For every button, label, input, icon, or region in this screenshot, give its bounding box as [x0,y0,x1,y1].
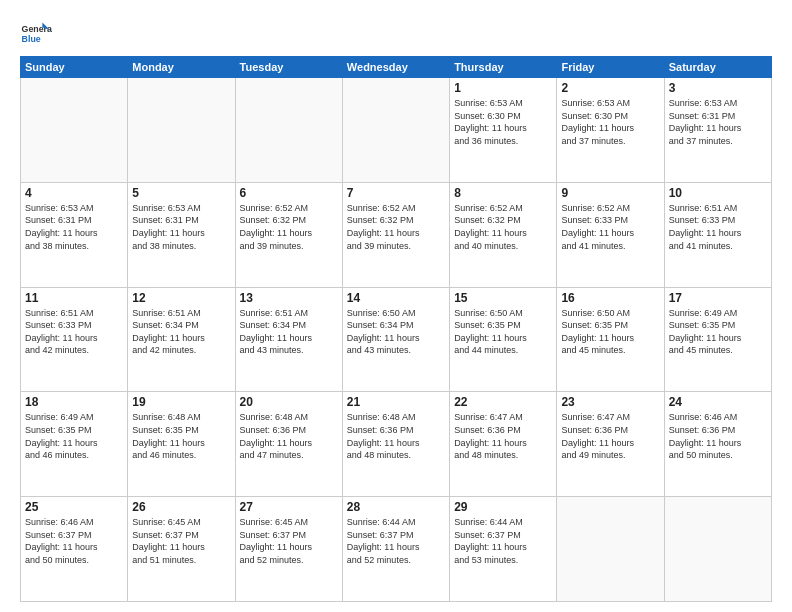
calendar-cell: 9Sunrise: 6:52 AM Sunset: 6:33 PM Daylig… [557,182,664,287]
day-info: Sunrise: 6:50 AM Sunset: 6:35 PM Dayligh… [561,307,659,357]
day-info: Sunrise: 6:51 AM Sunset: 6:34 PM Dayligh… [240,307,338,357]
calendar-cell: 5Sunrise: 6:53 AM Sunset: 6:31 PM Daylig… [128,182,235,287]
day-info: Sunrise: 6:48 AM Sunset: 6:36 PM Dayligh… [240,411,338,461]
calendar-cell: 23Sunrise: 6:47 AM Sunset: 6:36 PM Dayli… [557,392,664,497]
day-number: 1 [454,81,552,95]
calendar-cell: 22Sunrise: 6:47 AM Sunset: 6:36 PM Dayli… [450,392,557,497]
calendar-cell [664,497,771,602]
calendar-cell: 29Sunrise: 6:44 AM Sunset: 6:37 PM Dayli… [450,497,557,602]
calendar-cell: 15Sunrise: 6:50 AM Sunset: 6:35 PM Dayli… [450,287,557,392]
day-info: Sunrise: 6:52 AM Sunset: 6:32 PM Dayligh… [454,202,552,252]
calendar-cell: 6Sunrise: 6:52 AM Sunset: 6:32 PM Daylig… [235,182,342,287]
day-info: Sunrise: 6:44 AM Sunset: 6:37 PM Dayligh… [454,516,552,566]
week-row-3: 11Sunrise: 6:51 AM Sunset: 6:33 PM Dayli… [21,287,772,392]
day-info: Sunrise: 6:51 AM Sunset: 6:34 PM Dayligh… [132,307,230,357]
day-number: 12 [132,291,230,305]
day-header-sunday: Sunday [21,57,128,78]
week-row-4: 18Sunrise: 6:49 AM Sunset: 6:35 PM Dayli… [21,392,772,497]
calendar-body: 1Sunrise: 6:53 AM Sunset: 6:30 PM Daylig… [21,78,772,602]
day-number: 18 [25,395,123,409]
day-header-thursday: Thursday [450,57,557,78]
calendar-cell: 2Sunrise: 6:53 AM Sunset: 6:30 PM Daylig… [557,78,664,183]
day-info: Sunrise: 6:47 AM Sunset: 6:36 PM Dayligh… [454,411,552,461]
day-number: 26 [132,500,230,514]
calendar-header: SundayMondayTuesdayWednesdayThursdayFrid… [21,57,772,78]
day-header-wednesday: Wednesday [342,57,449,78]
calendar-cell: 27Sunrise: 6:45 AM Sunset: 6:37 PM Dayli… [235,497,342,602]
header-row: SundayMondayTuesdayWednesdayThursdayFrid… [21,57,772,78]
header: General Blue [20,16,772,48]
calendar-cell [557,497,664,602]
calendar-table: SundayMondayTuesdayWednesdayThursdayFrid… [20,56,772,602]
day-info: Sunrise: 6:52 AM Sunset: 6:32 PM Dayligh… [347,202,445,252]
day-number: 10 [669,186,767,200]
day-number: 29 [454,500,552,514]
day-info: Sunrise: 6:45 AM Sunset: 6:37 PM Dayligh… [132,516,230,566]
day-header-saturday: Saturday [664,57,771,78]
day-info: Sunrise: 6:53 AM Sunset: 6:31 PM Dayligh… [132,202,230,252]
day-info: Sunrise: 6:46 AM Sunset: 6:37 PM Dayligh… [25,516,123,566]
calendar-cell: 3Sunrise: 6:53 AM Sunset: 6:31 PM Daylig… [664,78,771,183]
day-info: Sunrise: 6:53 AM Sunset: 6:31 PM Dayligh… [25,202,123,252]
calendar-cell: 20Sunrise: 6:48 AM Sunset: 6:36 PM Dayli… [235,392,342,497]
calendar-cell: 4Sunrise: 6:53 AM Sunset: 6:31 PM Daylig… [21,182,128,287]
day-header-tuesday: Tuesday [235,57,342,78]
calendar-cell: 24Sunrise: 6:46 AM Sunset: 6:36 PM Dayli… [664,392,771,497]
day-number: 20 [240,395,338,409]
calendar-cell: 16Sunrise: 6:50 AM Sunset: 6:35 PM Dayli… [557,287,664,392]
calendar-cell: 14Sunrise: 6:50 AM Sunset: 6:34 PM Dayli… [342,287,449,392]
day-number: 19 [132,395,230,409]
day-number: 15 [454,291,552,305]
calendar-cell: 13Sunrise: 6:51 AM Sunset: 6:34 PM Dayli… [235,287,342,392]
calendar-cell: 11Sunrise: 6:51 AM Sunset: 6:33 PM Dayli… [21,287,128,392]
day-number: 8 [454,186,552,200]
day-info: Sunrise: 6:52 AM Sunset: 6:33 PM Dayligh… [561,202,659,252]
day-number: 2 [561,81,659,95]
day-info: Sunrise: 6:47 AM Sunset: 6:36 PM Dayligh… [561,411,659,461]
week-row-2: 4Sunrise: 6:53 AM Sunset: 6:31 PM Daylig… [21,182,772,287]
day-info: Sunrise: 6:48 AM Sunset: 6:36 PM Dayligh… [347,411,445,461]
calendar-cell: 12Sunrise: 6:51 AM Sunset: 6:34 PM Dayli… [128,287,235,392]
day-info: Sunrise: 6:53 AM Sunset: 6:30 PM Dayligh… [561,97,659,147]
calendar-cell: 18Sunrise: 6:49 AM Sunset: 6:35 PM Dayli… [21,392,128,497]
calendar-cell [21,78,128,183]
day-number: 3 [669,81,767,95]
day-number: 11 [25,291,123,305]
day-number: 28 [347,500,445,514]
calendar-cell [235,78,342,183]
day-number: 24 [669,395,767,409]
day-info: Sunrise: 6:48 AM Sunset: 6:35 PM Dayligh… [132,411,230,461]
day-number: 14 [347,291,445,305]
calendar-cell: 17Sunrise: 6:49 AM Sunset: 6:35 PM Dayli… [664,287,771,392]
day-info: Sunrise: 6:51 AM Sunset: 6:33 PM Dayligh… [25,307,123,357]
day-info: Sunrise: 6:50 AM Sunset: 6:35 PM Dayligh… [454,307,552,357]
calendar-cell: 10Sunrise: 6:51 AM Sunset: 6:33 PM Dayli… [664,182,771,287]
day-info: Sunrise: 6:49 AM Sunset: 6:35 PM Dayligh… [25,411,123,461]
day-info: Sunrise: 6:53 AM Sunset: 6:30 PM Dayligh… [454,97,552,147]
day-header-friday: Friday [557,57,664,78]
calendar-cell: 25Sunrise: 6:46 AM Sunset: 6:37 PM Dayli… [21,497,128,602]
calendar-cell: 1Sunrise: 6:53 AM Sunset: 6:30 PM Daylig… [450,78,557,183]
logo-icon: General Blue [20,16,52,48]
day-number: 5 [132,186,230,200]
day-number: 9 [561,186,659,200]
page: General Blue SundayMondayTuesdayWednesda… [0,0,792,612]
week-row-5: 25Sunrise: 6:46 AM Sunset: 6:37 PM Dayli… [21,497,772,602]
day-number: 17 [669,291,767,305]
calendar-cell [342,78,449,183]
day-number: 4 [25,186,123,200]
week-row-1: 1Sunrise: 6:53 AM Sunset: 6:30 PM Daylig… [21,78,772,183]
calendar-cell: 21Sunrise: 6:48 AM Sunset: 6:36 PM Dayli… [342,392,449,497]
calendar-cell: 19Sunrise: 6:48 AM Sunset: 6:35 PM Dayli… [128,392,235,497]
day-number: 13 [240,291,338,305]
calendar-cell: 28Sunrise: 6:44 AM Sunset: 6:37 PM Dayli… [342,497,449,602]
day-number: 25 [25,500,123,514]
calendar-cell: 8Sunrise: 6:52 AM Sunset: 6:32 PM Daylig… [450,182,557,287]
calendar-cell: 7Sunrise: 6:52 AM Sunset: 6:32 PM Daylig… [342,182,449,287]
day-info: Sunrise: 6:53 AM Sunset: 6:31 PM Dayligh… [669,97,767,147]
day-info: Sunrise: 6:44 AM Sunset: 6:37 PM Dayligh… [347,516,445,566]
day-number: 22 [454,395,552,409]
logo: General Blue [20,16,52,48]
calendar-cell [128,78,235,183]
day-number: 27 [240,500,338,514]
